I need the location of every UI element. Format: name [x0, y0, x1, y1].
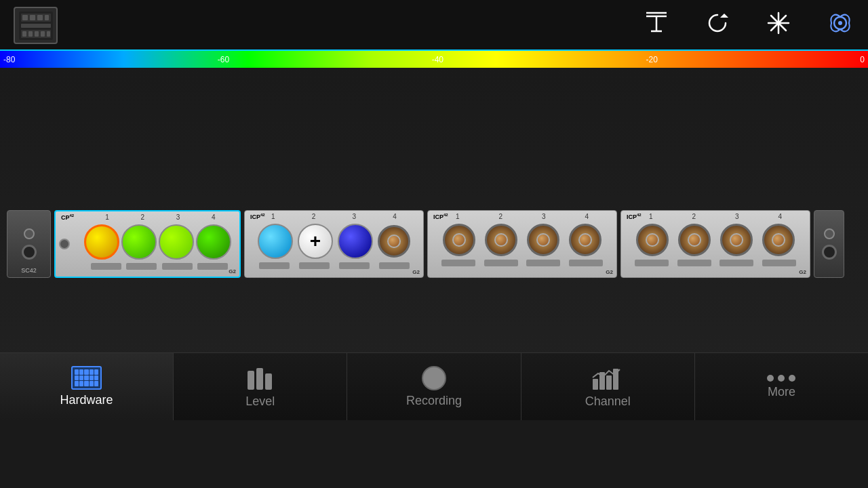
svg-rect-10: [35, 31, 39, 37]
icp42-3-g2: G2: [799, 269, 806, 275]
icp42-3-slider-3: [719, 260, 753, 266]
recording-label: Recording: [406, 394, 462, 408]
hw-dot-14: [90, 381, 94, 386]
hw-dot-13: [84, 381, 88, 386]
icp42-2-g2: G2: [606, 269, 613, 275]
module-icp42-1[interactable]: 1234 ICP42 + G2: [244, 210, 424, 278]
sc42-top-connector: [24, 228, 35, 239]
svg-rect-11: [41, 31, 45, 37]
icp42-1-conn-1: [258, 224, 293, 259]
cp42-slider-4: [197, 263, 228, 270]
hardware-icon: [71, 366, 102, 390]
svg-rect-9: [28, 31, 33, 37]
svg-marker-17: [720, 14, 728, 18]
cp42-ch2: 2: [141, 214, 145, 221]
icp42-2-slider-3: [526, 260, 560, 266]
icp42-3-conn-2: [678, 224, 711, 256]
icp42-3-slider-1: [635, 260, 669, 266]
icp42-3-label: ICP42: [627, 213, 642, 220]
icp42-1-conn-3: [338, 224, 373, 259]
hw-dot-2: [79, 369, 83, 375]
sc42-main-connector: [22, 245, 37, 260]
spectrum-labels: -80 -60 -40 -20 0: [0, 55, 868, 64]
cp42-conn-2: [121, 224, 157, 260]
hw-dot-11: [75, 381, 79, 386]
icp42-1-slider-1: [259, 262, 290, 269]
svg-rect-4: [37, 15, 43, 20]
sc42-label: SC42: [21, 267, 37, 274]
reset-icon[interactable]: [704, 9, 731, 41]
spectrum-label-60: -60: [218, 55, 229, 64]
cp42-connectors: [56, 221, 239, 263]
cp42-left-side: [59, 239, 70, 249]
align-icon[interactable]: [643, 9, 670, 41]
cp42-sliders: [56, 263, 239, 272]
icp42-3-slider-2: [677, 260, 711, 266]
module-cp42[interactable]: 1 2 3 4 CP42: [54, 210, 241, 278]
more-dot-2: [778, 375, 785, 382]
hw-dot-10: [94, 375, 98, 381]
icp42-3-conn-1: [636, 224, 669, 256]
svg-rect-25: [256, 368, 263, 390]
hw-dot-12: [79, 381, 83, 386]
icp42-2-connectors: [428, 220, 616, 260]
icp42-3-sliders: [621, 260, 810, 268]
svg-rect-27: [593, 379, 598, 390]
icp42-3-conn-3: [720, 224, 753, 256]
icp42-1-g2: G2: [412, 269, 420, 275]
more-label: More: [768, 385, 795, 399]
icp42-3-slider-4: [762, 260, 796, 266]
more-icon: [767, 375, 795, 382]
hw-dot-4: [90, 369, 94, 375]
nav-more[interactable]: More: [695, 353, 868, 420]
spectrum-bar: -80 -60 -40 -20 0: [0, 51, 868, 68]
hardware-label: Hardware: [60, 393, 113, 407]
cross-symbol: +: [310, 232, 321, 251]
icp42-1-slider-4: [379, 262, 410, 269]
icp42-1-connectors: +: [245, 220, 423, 262]
cp42-conn-3: [159, 224, 194, 260]
cp42-side-conn: [59, 239, 70, 249]
icp42-2-slider-4: [569, 260, 603, 266]
cp42-ch1: 1: [105, 214, 109, 221]
icp42-2-conn-3: [527, 224, 559, 256]
svg-rect-12: [47, 31, 50, 37]
network-icon[interactable]: [826, 9, 854, 42]
nav-channel[interactable]: Channel: [521, 353, 695, 420]
cp42-ch4: 4: [212, 214, 216, 221]
nav-level[interactable]: Level: [174, 353, 347, 420]
icp42-1-label: ICP42: [250, 213, 265, 220]
asterisk-icon[interactable]: [765, 9, 792, 41]
icp42-3-connectors: [621, 220, 810, 260]
cp42-conn-4: [196, 224, 231, 260]
icp42-2-sliders: [428, 260, 616, 268]
svg-rect-6: [21, 24, 51, 28]
level-label: Level: [245, 394, 275, 409]
svg-point-23: [838, 21, 842, 25]
icp42-2-conn-2: [485, 224, 517, 256]
svg-rect-5: [45, 15, 49, 20]
svg-rect-24: [248, 371, 254, 390]
channel-icon: [591, 365, 624, 391]
channel-label: Channel: [585, 394, 631, 409]
level-icon: [245, 365, 275, 391]
app-logo[interactable]: [14, 7, 58, 44]
module-icp42-2[interactable]: 1234 ICP42 G2: [427, 210, 617, 278]
icp42-3-conn-4: [762, 224, 795, 256]
cp42-g2: G2: [229, 268, 236, 274]
hw-dot-15: [94, 381, 98, 386]
icp42-2-conn-4: [569, 224, 601, 256]
hw-dot-1: [75, 369, 79, 375]
spectrum-label-0: 0: [860, 55, 865, 64]
recording-icon: [422, 366, 446, 390]
cp42-ch3: 3: [176, 214, 180, 221]
module-right-cap: [814, 210, 844, 278]
svg-rect-8: [22, 31, 26, 37]
svg-rect-29: [606, 375, 612, 390]
icp42-1-sliders: [245, 262, 423, 271]
cp42-slider-3: [162, 263, 193, 270]
module-icp42-3[interactable]: 1234 ICP42 G2: [620, 210, 810, 278]
cp42-conn-1: [84, 224, 119, 260]
nav-recording[interactable]: Recording: [347, 353, 521, 420]
nav-hardware[interactable]: Hardware: [0, 353, 174, 420]
